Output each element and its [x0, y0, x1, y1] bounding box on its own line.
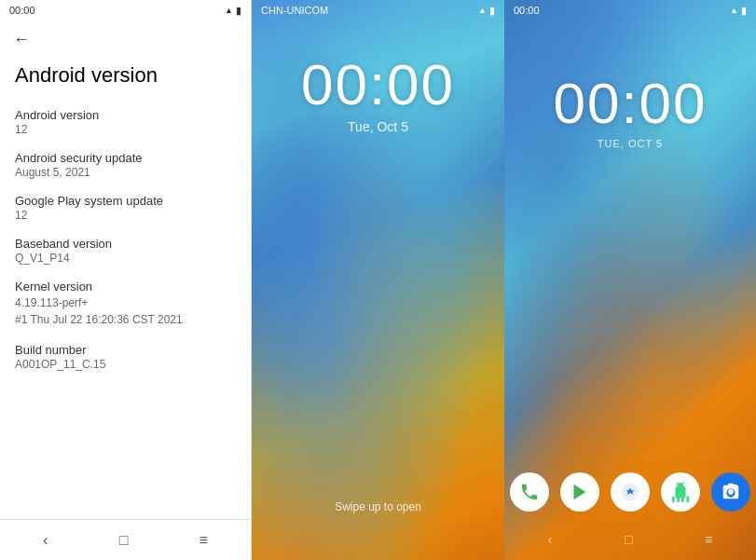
home-nav-bar: ‹ □ ≡ [504, 519, 756, 560]
kernel-label: Kernel version [15, 280, 236, 294]
security-update-item: Android security update August 5, 2021 [15, 151, 236, 179]
home-time-status: 00:00 [514, 5, 540, 16]
kernel-item: Kernel version 4.19.113-perf+#1 Thu Jul … [15, 280, 236, 328]
build-number-label: Build number [15, 343, 236, 357]
lock-status-icons: ▲ ▮ [478, 5, 495, 17]
home-screen-panel: 00:00 ▲ ▮ 00:00 TUE, OCT 5 ‹ □ [504, 0, 756, 560]
settings-status-bar: 00:00 ▲ ▮ [0, 0, 251, 20]
settings-nav-bar: ‹ □ ≡ [0, 519, 251, 560]
back-row: ← [0, 20, 251, 55]
baseband-label: Baseband version [15, 237, 236, 251]
lock-battery-icon: ▮ [489, 5, 495, 17]
lock-time: 00:00 [252, 56, 504, 114]
home-nav-back[interactable]: ‹ [548, 532, 553, 547]
home-nav-home[interactable]: □ [625, 532, 632, 547]
baseband-value: Q_V1_P14 [15, 252, 236, 265]
dock-android-icon[interactable] [661, 472, 700, 512]
lock-carrier: CHN-UNICOM [261, 5, 328, 16]
settings-status-icons: ▲ ▮ [225, 5, 241, 17]
android-version-item: Android version 12 [15, 108, 236, 136]
lock-screen-panel: CHN-UNICOM ▲ ▮ 00:00 Tue, Oct 5 Swipe up… [252, 0, 504, 560]
settings-time: 00:00 [9, 5, 35, 16]
google-play-item: Google Play system update 12 [15, 194, 236, 222]
security-update-label: Android security update [15, 151, 236, 165]
home-status-bar: 00:00 ▲ ▮ [504, 0, 756, 20]
settings-panel: 00:00 ▲ ▮ ← Android version Android vers… [0, 0, 252, 560]
lock-clock: 00:00 Tue, Oct 5 [252, 56, 504, 134]
security-update-value: August 5, 2021 [15, 166, 236, 179]
home-battery-icon: ▲ [730, 6, 738, 15]
home-nav-recents[interactable]: ≡ [705, 532, 712, 547]
home-clock: 00:00 TUE, OCT 5 [504, 75, 756, 149]
battery-icon: ▮ [236, 5, 241, 17]
google-play-value: 12 [15, 209, 236, 222]
home-status-icons: ▲ ▮ [730, 5, 747, 17]
home-date: TUE, OCT 5 [504, 138, 756, 149]
kernel-value: 4.19.113-perf+#1 Thu Jul 22 16:20:36 CST… [15, 294, 236, 328]
home-signal-icon: ▮ [741, 5, 747, 17]
home-time: 00:00 [504, 75, 756, 132]
lock-status-bar: CHN-UNICOM ▲ ▮ [252, 0, 504, 20]
lock-date: Tue, Oct 5 [252, 119, 504, 134]
dock-camera-icon[interactable] [711, 472, 750, 512]
signal-icon: ▲ [225, 6, 233, 15]
baseband-item: Baseband version Q_V1_P14 [15, 237, 236, 265]
nav-back-button[interactable]: ‹ [43, 532, 48, 549]
page-title: Android version [15, 62, 236, 89]
google-play-label: Google Play system update [15, 194, 236, 208]
settings-content: Android version Android version 12 Andro… [0, 55, 251, 519]
back-button[interactable]: ← [13, 30, 30, 48]
lock-signal-icon: ▲ [478, 6, 487, 15]
nav-recents-button[interactable]: ≡ [199, 532, 208, 549]
dock-photos-icon[interactable] [611, 472, 650, 512]
dock-playstore-icon[interactable] [560, 472, 599, 512]
svg-marker-0 [574, 485, 586, 500]
lock-swipe-text[interactable]: Swipe up to open [252, 500, 504, 513]
build-number-item: Build number A001OP_11_C.15 [15, 343, 236, 371]
home-dock [504, 472, 756, 512]
dock-phone-icon[interactable] [510, 472, 549, 512]
android-version-label: Android version [15, 108, 236, 122]
nav-home-button[interactable]: □ [119, 532, 129, 549]
android-version-value: 12 [15, 123, 236, 136]
build-number-value: A001OP_11_C.15 [15, 358, 236, 371]
